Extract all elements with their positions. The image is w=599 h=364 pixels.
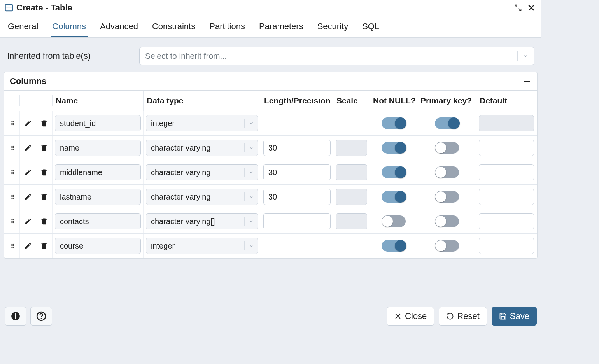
datatype-value: integer: [151, 242, 175, 250]
svg-point-39: [11, 245, 12, 247]
tab-columns[interactable]: Columns: [51, 16, 88, 37]
reset-button[interactable]: Reset: [439, 307, 487, 326]
help-button[interactable]: [30, 307, 52, 326]
delete-row-button[interactable]: [36, 111, 53, 135]
delete-row-button[interactable]: [36, 234, 53, 258]
default-input[interactable]: [479, 189, 534, 205]
primarykey-toggle[interactable]: [435, 240, 459, 252]
chevron-down-icon: [244, 143, 254, 152]
svg-point-22: [12, 172, 14, 173]
tab-advanced[interactable]: Advanced: [98, 16, 140, 37]
grid-header-edit: [20, 95, 36, 106]
svg-point-9: [11, 123, 12, 124]
tab-constraints[interactable]: Constraints: [151, 16, 197, 37]
default-input[interactable]: [479, 238, 534, 254]
primarykey-toggle[interactable]: [435, 142, 459, 154]
datatype-select[interactable]: character varying: [146, 140, 258, 156]
edit-row-button[interactable]: [20, 111, 36, 135]
length-input[interactable]: [263, 213, 331, 229]
maximize-button[interactable]: [513, 2, 524, 13]
tabs-bar: GeneralColumnsAdvancedConstraintsPartiti…: [0, 16, 541, 38]
info-button[interactable]: [5, 307, 26, 326]
default-input[interactable]: [479, 213, 534, 229]
svg-point-15: [11, 147, 12, 149]
tab-sql[interactable]: SQL: [361, 16, 381, 37]
notnull-toggle[interactable]: [382, 215, 406, 227]
delete-row-button[interactable]: [36, 160, 53, 184]
datatype-select[interactable]: character varying[]: [146, 213, 258, 229]
inherited-from-placeholder: Select to inherit from...: [145, 51, 227, 61]
notnull-toggle[interactable]: [382, 240, 406, 252]
notnull-toggle[interactable]: [382, 166, 406, 178]
length-input[interactable]: [263, 140, 331, 156]
tab-partitions[interactable]: Partitions: [208, 16, 247, 37]
edit-row-button[interactable]: [20, 160, 36, 184]
svg-point-14: [12, 146, 14, 147]
datatype-select[interactable]: integer: [146, 238, 258, 254]
column-name-input[interactable]: [55, 115, 141, 131]
drag-handle[interactable]: [4, 160, 20, 184]
default-input[interactable]: [479, 164, 534, 180]
drag-handle[interactable]: [4, 209, 20, 233]
column-name-input[interactable]: [55, 140, 141, 156]
datatype-select[interactable]: character varying: [146, 164, 258, 180]
tab-general[interactable]: General: [6, 16, 40, 37]
drag-handle[interactable]: [4, 111, 20, 135]
drag-handle[interactable]: [4, 234, 20, 258]
scale-input: [336, 213, 367, 229]
default-input: [479, 115, 534, 131]
svg-point-47: [40, 318, 42, 319]
column-name-input[interactable]: [55, 238, 141, 254]
notnull-toggle[interactable]: [382, 142, 406, 154]
column-name-input[interactable]: [55, 189, 141, 205]
column-name-input[interactable]: [55, 164, 141, 180]
column-name-input[interactable]: [55, 213, 141, 229]
datatype-value: integer: [151, 119, 175, 128]
datatype-select[interactable]: character varying: [146, 189, 258, 205]
delete-row-button[interactable]: [36, 185, 53, 209]
save-button[interactable]: Save: [492, 307, 537, 326]
svg-point-30: [12, 198, 14, 199]
tab-security[interactable]: Security: [316, 16, 350, 37]
notnull-toggle[interactable]: [382, 191, 406, 203]
notnull-toggle[interactable]: [382, 117, 406, 129]
datatype-value: character varying: [151, 144, 210, 152]
add-column-button[interactable]: [522, 77, 532, 86]
svg-point-24: [12, 173, 14, 175]
length-input[interactable]: [263, 189, 331, 205]
edit-row-button[interactable]: [20, 136, 36, 160]
length-input[interactable]: [263, 164, 331, 180]
svg-point-31: [11, 219, 12, 220]
tab-parameters[interactable]: Parameters: [257, 16, 305, 37]
close-button-label: Close: [405, 311, 427, 321]
datatype-select[interactable]: integer: [146, 115, 258, 131]
drag-handle[interactable]: [4, 136, 20, 160]
column-row: integer: [4, 234, 537, 258]
primarykey-toggle[interactable]: [435, 166, 459, 178]
close-button[interactable]: Close: [387, 307, 434, 326]
column-row: character varying[]: [4, 209, 537, 234]
close-window-button[interactable]: [526, 2, 537, 13]
edit-row-button[interactable]: [20, 209, 36, 233]
delete-row-button[interactable]: [36, 209, 53, 233]
reset-icon: [446, 312, 454, 320]
svg-point-13: [11, 146, 12, 147]
default-input[interactable]: [479, 140, 534, 156]
dialog-footer: Close Reset Save: [0, 301, 541, 331]
edit-row-button[interactable]: [20, 234, 36, 258]
inherited-from-row: Inherited from table(s) Select to inheri…: [4, 42, 538, 72]
chevron-down-icon: [244, 217, 254, 226]
chevron-down-icon: [244, 168, 254, 177]
grid-header-drag: [4, 95, 20, 106]
delete-row-button[interactable]: [36, 136, 53, 160]
inherited-from-select[interactable]: Select to inherit from...: [139, 47, 534, 65]
svg-point-26: [12, 195, 14, 196]
titlebar: Create - Table: [0, 0, 541, 16]
primarykey-toggle[interactable]: [435, 117, 459, 129]
drag-handle[interactable]: [4, 185, 20, 209]
svg-point-35: [11, 222, 12, 224]
edit-row-button[interactable]: [20, 185, 36, 209]
primarykey-toggle[interactable]: [435, 191, 459, 203]
primarykey-toggle[interactable]: [435, 215, 459, 227]
svg-point-19: [11, 170, 12, 172]
